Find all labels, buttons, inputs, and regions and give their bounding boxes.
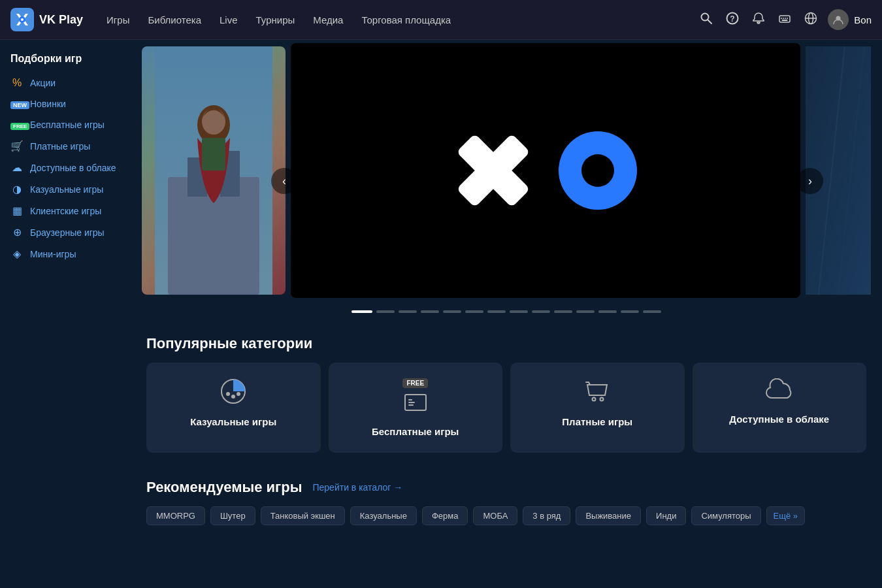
free-badge: FREE [10, 123, 29, 130]
free-cat-icon [404, 391, 427, 419]
dot-11[interactable] [598, 310, 617, 313]
svg-point-29 [226, 392, 230, 396]
navbar: VK Play Игры Библиотека Live Турниры Мед… [0, 0, 882, 40]
svg-point-33 [600, 398, 604, 401]
dot-7[interactable] [510, 310, 528, 313]
cloud-icon-wrapper [765, 378, 794, 407]
carousel-prev-button[interactable]: ‹ [271, 168, 297, 194]
logo-text: VK Play [39, 13, 83, 27]
dot-0[interactable] [351, 310, 372, 313]
casual-icon: ◑ [10, 183, 24, 195]
filter-shooter[interactable]: Шутер [210, 506, 255, 525]
categories-title: Популярные категории [146, 335, 866, 352]
sidebar-item-mini[interactable]: ◈ Мини-игры [0, 243, 131, 265]
catalog-link[interactable]: Перейти в каталог → [312, 482, 402, 493]
svg-rect-21 [202, 138, 225, 171]
svg-point-32 [593, 398, 596, 401]
sidebar-item-label: Браузерные игры [30, 227, 105, 238]
main-layout: Подборки игр % Акции NEW Новинки FREE Бе… [0, 40, 882, 588]
sidebar-item-sales[interactable]: % Акции [0, 73, 131, 93]
dot-12[interactable] [621, 310, 639, 313]
recommended-header: Рекомендуемые игры Перейти в каталог → [146, 479, 866, 496]
logo-icon [10, 8, 34, 31]
category-casual[interactable]: Казуальные игры [146, 363, 321, 453]
browser-icon: ⊕ [10, 226, 24, 238]
carousel-track: ‹ [131, 40, 882, 301]
help-icon[interactable]: ? [723, 9, 742, 31]
carousel-dots [131, 301, 882, 322]
categories-grid: Казуальные игры FREE Бесплатные игры [146, 363, 866, 453]
free-top-badge: FREE [402, 378, 428, 388]
dot-8[interactable] [532, 310, 550, 313]
svg-point-22 [202, 108, 225, 135]
sidebar-item-browser[interactable]: ⊕ Браузерные игры [0, 221, 131, 243]
carousel-left-card[interactable] [142, 46, 286, 295]
app-logo[interactable]: VK Play [10, 8, 83, 31]
sidebar-item-cloud[interactable]: ☁ Доступные в облаке [0, 157, 131, 178]
dot-1[interactable] [376, 310, 395, 313]
filter-mmorpg[interactable]: MMORPG [146, 506, 205, 525]
category-free[interactable]: FREE Бесплатные игры [329, 363, 503, 453]
sidebar-item-label: Доступные в облаке [30, 163, 116, 173]
cloud-icon: ☁ [10, 161, 24, 174]
dot-2[interactable] [399, 310, 417, 313]
filter-tags: MMORPG Шутер Танковый экшен Казуальные Ф… [146, 506, 866, 525]
nav-library[interactable]: Библиотека [140, 9, 209, 31]
carousel-main-card[interactable] [291, 43, 800, 298]
notification-icon[interactable] [749, 9, 768, 31]
dot-10[interactable] [576, 310, 595, 313]
sidebar-item-client[interactable]: ▦ Клиентские игры [0, 200, 131, 221]
cloud-label: Доступные в облаке [729, 414, 829, 425]
sidebar-item-label: Мини-игры [30, 249, 76, 259]
sidebar-item-paid[interactable]: 🛒 Платные игры [0, 135, 131, 157]
dot-9[interactable] [554, 310, 572, 313]
dot-6[interactable] [487, 310, 506, 313]
sidebar-item-label: Бесплатные игры [30, 120, 105, 130]
language-icon[interactable] [802, 9, 820, 31]
nav-games[interactable]: Игры [99, 9, 137, 31]
client-icon: ▦ [10, 204, 24, 217]
filter-three[interactable]: 3 в ряд [523, 506, 570, 525]
nav-marketplace[interactable]: Торговая площадка [353, 9, 459, 31]
mini-icon: ◈ [10, 248, 24, 260]
category-paid[interactable]: Платные игры [510, 363, 685, 453]
nav-live[interactable]: Live [212, 9, 246, 31]
keyboard-icon[interactable] [776, 9, 794, 31]
free-label: Бесплатные игры [372, 426, 459, 437]
carousel-left-image [142, 46, 286, 295]
dot-4[interactable] [443, 310, 461, 313]
svg-point-31 [237, 392, 240, 396]
dot-5[interactable] [465, 310, 483, 313]
search-icon[interactable] [697, 9, 715, 31]
sidebar-item-free[interactable]: FREE Бесплатные игры [0, 114, 131, 135]
filter-tank[interactable]: Танковый экшен [261, 506, 345, 525]
sidebar: Подборки игр % Акции NEW Новинки FREE Бе… [0, 40, 131, 588]
sidebar-item-label: Новинки [30, 99, 66, 109]
recommended-section: Рекомендуемые игры Перейти в каталог → M… [131, 466, 882, 538]
nav-tournaments[interactable]: Турниры [248, 9, 303, 31]
cart-icon: 🛒 [10, 140, 24, 152]
sidebar-item-new[interactable]: NEW Новинки [0, 93, 131, 114]
user-area[interactable]: Bon [828, 9, 872, 30]
sidebar-item-label: Клиентские игры [30, 206, 101, 216]
sidebar-item-casual[interactable]: ◑ Казуальные игры [0, 178, 131, 200]
o-inner [581, 154, 614, 187]
svg-point-30 [231, 395, 235, 399]
filter-indie[interactable]: Инди [646, 506, 686, 525]
navbar-actions: ? Bon [697, 9, 872, 31]
paid-cat-icon [584, 378, 610, 410]
filter-farm[interactable]: Ферма [422, 506, 468, 525]
filter-simulators[interactable]: Симуляторы [691, 506, 760, 525]
filter-survival[interactable]: Выживание [576, 506, 641, 525]
category-cloud[interactable]: Доступные в облаке [693, 363, 867, 453]
main-nav: Игры Библиотека Live Турниры Медиа Торго… [99, 9, 681, 31]
dot-3[interactable] [421, 310, 439, 313]
filter-moba[interactable]: МОБА [473, 506, 517, 525]
dot-13[interactable] [643, 310, 661, 313]
o-symbol [559, 131, 637, 210]
new-icon: NEW [10, 98, 24, 110]
nav-media[interactable]: Медиа [305, 9, 351, 31]
filter-more[interactable]: Ещё » [766, 506, 805, 525]
carousel-next-button[interactable]: › [797, 168, 823, 194]
filter-casual[interactable]: Казуальные [350, 506, 417, 525]
